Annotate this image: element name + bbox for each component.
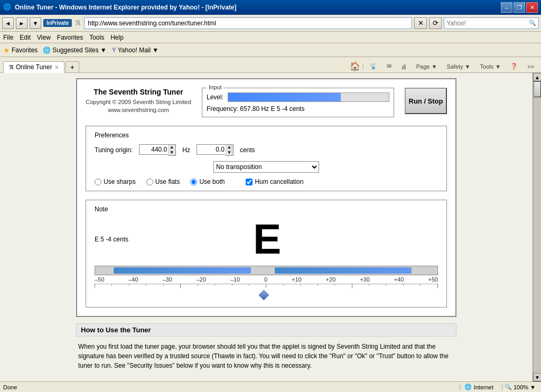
scale-plus50: +50 — [428, 276, 438, 283]
favorites-menu[interactable]: Favorites — [57, 34, 83, 41]
view-menu[interactable]: View — [37, 34, 51, 41]
suggested-sites-icon: 🌐 — [43, 46, 51, 54]
menu-bar: File Edit View Favorites Tools Help — [0, 32, 541, 43]
hz-unit: Hz — [182, 146, 190, 154]
globe-icon: 🌐 — [464, 384, 472, 390]
minimize-button[interactable]: – — [501, 2, 512, 13]
status-text: Done — [3, 384, 460, 390]
file-menu[interactable]: File — [3, 34, 13, 41]
tab-close-icon[interactable]: ✕ — [54, 64, 59, 70]
howto-section: How to Use the Tuner When you first load… — [76, 323, 456, 372]
pitch-indicator — [259, 292, 267, 300]
scroll-down-button[interactable]: ▼ — [533, 373, 541, 381]
level-meter — [228, 92, 389, 102]
cents-spinner: 0.0 ▲ ▼ — [197, 144, 234, 156]
edit-menu[interactable]: Edit — [20, 34, 31, 41]
cents-input[interactable]: 0.0 — [197, 144, 226, 155]
zoom-display[interactable]: 🔍 100% ▼ — [502, 384, 538, 390]
yahoo-mail-link[interactable]: Y Yahoo! Mail ▼ — [112, 46, 158, 54]
zone-label: Internet — [474, 384, 493, 390]
recent-pages-button[interactable]: ▼ — [30, 17, 41, 29]
home-icon[interactable]: 🏠 — [350, 61, 360, 71]
scroll-thumb[interactable] — [534, 81, 541, 97]
hum-cancellation-option[interactable]: Hum cancellation — [246, 178, 303, 185]
feeds-button[interactable]: 📡 — [366, 61, 381, 71]
new-tab-button[interactable]: + — [66, 61, 79, 72]
note-options-row: Use sharps Use flats Use both Hum cancel… — [95, 178, 438, 185]
vertical-scrollbar[interactable]: ▲ ▼ — [533, 73, 541, 381]
use-sharps-radio[interactable] — [95, 179, 101, 185]
scroll-track[interactable] — [533, 81, 541, 373]
title-bar: 🌐 Online Tuner - Windows Internet Explor… — [0, 0, 541, 15]
preferences-section: Preferences Tuning origin: 440.0 ▲ ▼ Hz … — [86, 126, 447, 191]
page-content: The Seventh String Tuner Copyright © 200… — [0, 73, 533, 381]
note-section: Note E 5 -4 cents E –50 –40 — [86, 200, 447, 307]
hum-cancellation-checkbox[interactable] — [246, 179, 253, 185]
use-sharps-option[interactable]: Use sharps — [95, 178, 136, 185]
frequency-display: Frequency: 657.80 Hz E 5 -4 cents — [207, 105, 389, 113]
new-tab-icon: + — [70, 63, 74, 71]
hz-input[interactable]: 440.0 — [139, 144, 168, 155]
scale-plus30: +30 — [360, 276, 370, 283]
cents-down-button[interactable]: ▼ — [226, 150, 233, 155]
tools-menu-btn[interactable]: Tools ▼ — [477, 62, 505, 71]
scroll-up-button[interactable]: ▲ — [533, 73, 541, 81]
suggested-sites-label: Suggested Sites — [52, 46, 98, 54]
favorites-star-icon: ★ — [3, 46, 10, 54]
close-button[interactable]: ✕ — [526, 2, 538, 13]
branding-url: www.seventhstring.com — [86, 106, 191, 114]
scale-plus40: +40 — [394, 276, 404, 283]
note-display: E 5 -4 cents E — [95, 218, 438, 260]
input-section: Input Level: Frequency: 657.80 Hz E 5 -4… — [202, 88, 394, 117]
transposition-row: No transposition Transpose up 1 semitone… — [95, 161, 438, 173]
tools-menu[interactable]: Tools — [89, 34, 104, 41]
branding-title: The Seventh String Tuner — [86, 88, 191, 96]
cents-up-button[interactable]: ▲ — [226, 145, 233, 150]
inprivate-badge: InPrivate — [43, 19, 72, 27]
cents-spinner-btns: ▲ ▼ — [226, 144, 234, 156]
help-button[interactable]: ❓ — [507, 61, 521, 71]
help-menu[interactable]: Help — [110, 34, 124, 41]
search-input[interactable] — [446, 20, 529, 27]
tab-toolbar: 🏠 | 📡 ✉ 🖨 Page ▼ Safety ▼ Tools ▼ ❓ >> — [350, 61, 538, 72]
use-both-label: Use both — [199, 178, 225, 185]
favorites-label: Favorites — [12, 46, 38, 54]
restore-button[interactable]: ❐ — [514, 2, 525, 13]
favorites-button[interactable]: ★ Favorites — [3, 46, 38, 54]
address-input[interactable] — [84, 17, 412, 29]
scale-ruler — [95, 284, 438, 292]
use-both-option[interactable]: Use both — [190, 178, 225, 185]
hz-spinner-btns: ▲ ▼ — [168, 144, 176, 156]
status-right: 🌐 Internet 🔍 100% ▼ — [460, 384, 538, 390]
scale-minus40: –40 — [128, 276, 138, 283]
scale-bar — [95, 266, 438, 275]
mail-button[interactable]: ✉ — [383, 61, 395, 71]
zoom-icon: 🔍 — [505, 384, 512, 390]
yahoo-mail-icon: Y — [112, 46, 116, 54]
scale-fill-right — [275, 267, 412, 274]
hz-down-button[interactable]: ▼ — [168, 150, 175, 155]
page-menu[interactable]: Page ▼ — [413, 62, 441, 71]
go-button[interactable]: ⟳ — [429, 17, 442, 29]
scale-minus30: –30 — [162, 276, 172, 283]
run-stop-button[interactable]: Run / Stop — [405, 88, 447, 114]
transposition-select[interactable]: No transposition Transpose up 1 semitone… — [213, 161, 319, 173]
indicator-container — [95, 292, 438, 302]
cents-unit: cents — [240, 146, 255, 154]
tab-bar: ℜ Online Tuner ✕ + 🏠 | 📡 ✉ 🖨 Page ▼ Safe… — [0, 57, 541, 73]
forward-button[interactable]: ► — [16, 17, 27, 29]
hz-up-button[interactable]: ▲ — [168, 145, 175, 150]
refresh-address-button[interactable]: ✕ — [414, 17, 427, 29]
back-button[interactable]: ◄ — [2, 17, 14, 29]
use-both-radio[interactable] — [190, 179, 197, 185]
use-flats-option[interactable]: Use flats — [146, 178, 180, 185]
print-button[interactable]: 🖨 — [397, 62, 411, 71]
more-button[interactable]: >> — [524, 62, 538, 71]
suggested-sites-arrow: ▼ — [100, 46, 107, 54]
use-flats-radio[interactable] — [146, 179, 153, 185]
safety-menu[interactable]: Safety ▼ — [443, 62, 474, 71]
zoom-arrow: ▼ — [530, 384, 536, 390]
suggested-sites-link[interactable]: 🌐 Suggested Sites ▼ — [43, 46, 106, 54]
online-tuner-tab[interactable]: ℜ Online Tuner ✕ — [3, 61, 64, 73]
scale-container: –50 –40 –30 –20 –10 0 +10 +20 +30 +40 +5… — [95, 266, 438, 302]
